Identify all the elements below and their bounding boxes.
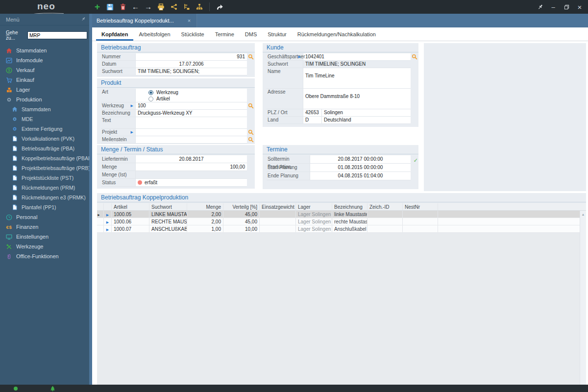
nummer-field[interactable]: 931 bbox=[135, 53, 247, 60]
scroll-up-icon[interactable]: ▲ bbox=[582, 213, 585, 216]
tab-dms[interactable]: DMS bbox=[240, 27, 262, 41]
print-button[interactable] bbox=[157, 3, 165, 11]
ort-field[interactable]: Solingen bbox=[321, 109, 411, 116]
sidebar-item-personal[interactable]: Personal bbox=[0, 212, 89, 222]
forward-button[interactable]: → bbox=[144, 3, 152, 11]
tab-struktur[interactable]: Struktur bbox=[262, 27, 292, 41]
document-tab[interactable]: Betriebsauftrag Koppelprodukt... × bbox=[92, 14, 197, 27]
table-row[interactable]: ▶ 1000.07 ANSCHLUßKABEL 1,00 10,00 Lager… bbox=[97, 225, 580, 233]
col-suchwort[interactable]: Suchwort bbox=[149, 203, 187, 210]
add-button[interactable]: + bbox=[93, 3, 101, 11]
sidebar-item-einkauf[interactable]: Einkauf bbox=[0, 75, 89, 85]
sidebar-item-stammdaten[interactable]: Stammdaten bbox=[0, 46, 89, 55]
bezeichnung-field[interactable]: Druckguss-Werkzeug XY bbox=[135, 110, 247, 117]
lookup-icon[interactable] bbox=[248, 103, 254, 109]
col-verteilg[interactable]: Verteilg [%] bbox=[223, 203, 260, 210]
tab-arbeitsfolgen[interactable]: Arbeitsfolgen bbox=[133, 27, 175, 41]
land-name-field[interactable]: Deutschland bbox=[321, 117, 411, 123]
ende-planung-field[interactable]: 04.08.2015 01:04:00 bbox=[310, 172, 411, 180]
notification-tree-icon[interactable] bbox=[50, 386, 55, 392]
sidebar-item-label: Finanzen bbox=[16, 224, 38, 230]
row-detail-icon[interactable]: ▶ bbox=[106, 220, 109, 224]
sidebar-item-plantafel[interactable]: Plantafel (PP1) bbox=[0, 202, 89, 212]
col-artikel[interactable]: Artikel bbox=[112, 203, 149, 210]
lookup-icon[interactable] bbox=[412, 54, 417, 60]
link-caret-icon[interactable]: ▶ bbox=[131, 103, 133, 109]
col-bezeichnung[interactable]: Bezeichnung bbox=[332, 203, 368, 210]
sidebar-item-vorkalkulationen[interactable]: Vorkalkulationen (PVK) bbox=[0, 134, 89, 144]
land-code-field[interactable]: D bbox=[303, 117, 321, 123]
radio-artikel[interactable]: Artikel bbox=[148, 96, 245, 102]
text-field[interactable] bbox=[135, 117, 247, 128]
tab-close-icon[interactable]: × bbox=[188, 18, 191, 24]
sidebar-item-mde[interactable]: MDE bbox=[0, 114, 89, 124]
delete-button[interactable] bbox=[119, 3, 127, 11]
cell-suchwort: LINKE MAUSTASTE bbox=[149, 211, 187, 218]
table-row[interactable]: ▶ 1000.06 RECHTE MAUSTASTE 2,00 45,00 La… bbox=[97, 218, 580, 225]
geschaeftspartner-field[interactable]: 1042401 bbox=[303, 53, 411, 60]
name-field[interactable]: Tim TimeLine bbox=[303, 68, 411, 88]
solltermin-field[interactable]: 20.08.2017 00:00:00 bbox=[310, 155, 411, 163]
pin-button[interactable] bbox=[537, 3, 543, 11]
redo-button[interactable] bbox=[216, 3, 224, 11]
menge-ist-field bbox=[135, 171, 247, 178]
suchwort-field[interactable]: TIM TIMELINE; SOLINGEN; bbox=[135, 68, 247, 75]
share-button[interactable] bbox=[170, 3, 178, 11]
sidebar-item-einstellungen[interactable]: Einstellungen bbox=[0, 232, 89, 242]
sidebar-item-finanzen[interactable]: Finanzen bbox=[0, 222, 89, 232]
tree-list-button[interactable] bbox=[182, 3, 191, 11]
lookup-icon[interactable] bbox=[248, 129, 254, 135]
row-detail-icon[interactable]: ▶ bbox=[106, 213, 109, 217]
sitemap-button[interactable] bbox=[195, 3, 203, 11]
werkzeug-field[interactable]: 100 bbox=[135, 102, 247, 109]
menge-field[interactable]: 100,00 bbox=[135, 163, 247, 171]
start-planung-field[interactable]: 01.08.2015 00:00:00 bbox=[310, 164, 411, 172]
sidebar-item-betriebsauftraege[interactable]: Betriebsaufträge (PBA) bbox=[0, 144, 89, 153]
save-button[interactable] bbox=[106, 3, 114, 11]
table-row[interactable]: ► ▶ 1000.05 LINKE MAUSTASTE 2,00 45,00 L… bbox=[97, 211, 580, 218]
sidebar-item-rueckmeldungen[interactable]: Rückmeldungen (PRM) bbox=[0, 183, 89, 193]
menu-pin-icon[interactable] bbox=[81, 17, 86, 23]
restore-button[interactable] bbox=[563, 3, 570, 11]
sidebar-item-produktion[interactable]: Produktion bbox=[0, 95, 89, 104]
tab-termine[interactable]: Termine bbox=[210, 27, 240, 41]
datum-field[interactable]: 17.07.2006 bbox=[135, 61, 247, 68]
radio-werkzeug[interactable]: Werkzeug bbox=[148, 90, 245, 96]
art-field: Werkzeug Artikel bbox=[135, 89, 247, 102]
col-einsatzgewicht[interactable]: Einsatzgewicht [kg] bbox=[260, 203, 296, 210]
table-scrollbar[interactable]: ▲ bbox=[580, 211, 586, 385]
sidebar-item-projektbetriebsauftraege[interactable]: Projektbetriebsaufträge (PRB) bbox=[0, 163, 89, 173]
tab-rueckmeldungen-nachkalkulation[interactable]: Rückmeldungen/Nachkalkulation bbox=[292, 27, 381, 41]
back-button[interactable]: ← bbox=[131, 3, 140, 11]
col-nestnr[interactable]: NestNr bbox=[403, 203, 438, 210]
goto-input[interactable] bbox=[27, 31, 87, 39]
projekt-field[interactable] bbox=[135, 129, 247, 136]
sidebar-item-verkauf[interactable]: Verkauf bbox=[0, 65, 89, 75]
sidebar-item-produktion-stammdaten[interactable]: Stammdaten bbox=[0, 104, 89, 114]
minimize-button[interactable]: – bbox=[550, 3, 557, 11]
sidebar-item-infomodule[interactable]: Infomodule bbox=[0, 55, 89, 65]
close-button[interactable]: × bbox=[576, 3, 583, 11]
col-zeich-id[interactable]: Zeich.-ID bbox=[368, 203, 403, 210]
sidebar-item-office-funktionen[interactable]: Office-Funktionen bbox=[0, 251, 89, 261]
sidebar-item-lager[interactable]: Lager bbox=[0, 85, 89, 95]
link-caret-icon[interactable]: ▶ bbox=[131, 129, 133, 135]
tab-kopfdaten[interactable]: Kopfdaten bbox=[96, 27, 133, 41]
lookup-icon[interactable] bbox=[248, 137, 254, 143]
sidebar-item-externe-fertigung[interactable]: Externe Fertigung bbox=[0, 124, 89, 134]
adresse-field[interactable]: Obere Dammstraße 8-10 bbox=[303, 89, 411, 109]
lookup-icon[interactable] bbox=[248, 54, 254, 60]
sidebar-item-rueckmeldungen-e3[interactable]: Rückmeldungen e3 (PRMK) bbox=[0, 193, 89, 202]
koppelproduktion-table: Artikel Suchwort Menge Verteilg [%] Eins… bbox=[97, 203, 586, 385]
meilenstein-field[interactable] bbox=[135, 136, 247, 143]
sidebar-item-projektstueckliste[interactable]: Projektstückliste (PST) bbox=[0, 173, 89, 183]
row-detail-icon[interactable]: ▶ bbox=[106, 228, 109, 231]
link-caret-icon[interactable]: ▶ bbox=[298, 54, 301, 60]
sidebar-item-koppelbetriebsauftraege[interactable]: Koppelbetriebsaufträge (PBAK) bbox=[0, 153, 89, 163]
plz-field[interactable]: 42653 bbox=[303, 109, 321, 116]
liefertermin-field[interactable]: 20.08.2017 bbox=[135, 155, 247, 163]
col-menge[interactable]: Menge bbox=[187, 203, 223, 210]
tab-stueckliste[interactable]: Stückliste bbox=[176, 27, 210, 41]
col-lager[interactable]: Lager bbox=[296, 203, 332, 210]
sidebar-item-werkzeuge[interactable]: Werkzeuge bbox=[0, 242, 89, 251]
